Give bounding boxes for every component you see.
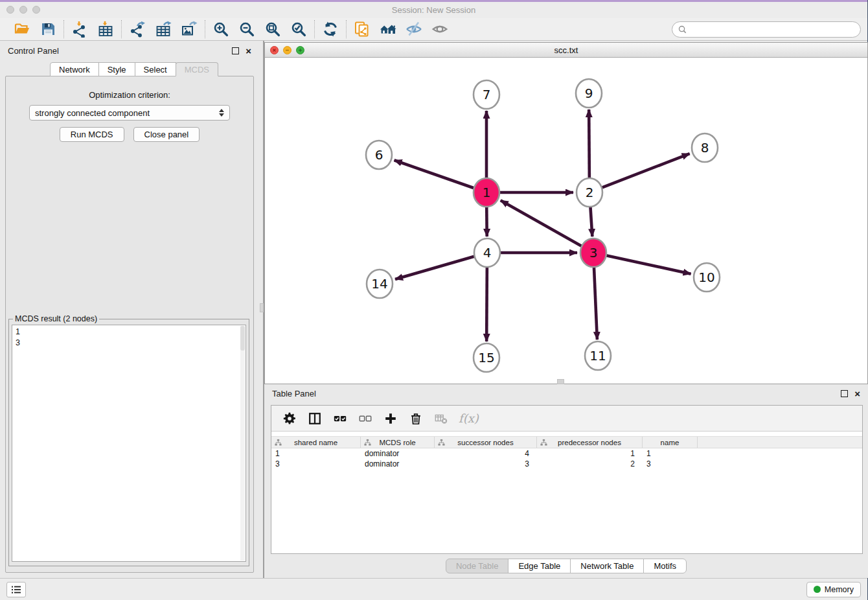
tab-select[interactable]: Select: [135, 62, 176, 76]
table-cell[interactable]: 1: [537, 449, 643, 458]
table-cell[interactable]: 2: [537, 459, 643, 468]
network-canvas[interactable]: 7968124314101511: [265, 58, 867, 384]
column-header-shared-name[interactable]: shared name: [271, 437, 361, 448]
node-9[interactable]: 9: [576, 79, 602, 108]
column-header-name[interactable]: name: [643, 437, 698, 448]
tab-mcds[interactable]: MCDS: [176, 62, 218, 76]
vertical-splitter[interactable]: [259, 41, 264, 578]
network-minimize-icon[interactable]: [283, 46, 291, 54]
node-table[interactable]: shared nameMCDS rolesuccessor nodesprede…: [271, 436, 862, 469]
table-panel-header: Table Panel ×: [264, 384, 868, 402]
network-window-titlebar[interactable]: scc.txt: [265, 43, 867, 58]
delete-table-icon[interactable]: [433, 411, 449, 426]
tab-network[interactable]: Network: [50, 62, 99, 76]
table-cell[interactable]: 3: [643, 459, 698, 468]
home-icon[interactable]: [379, 20, 397, 38]
optimization-criterion-dropdown[interactable]: strongly connected component: [29, 105, 230, 121]
edge-3-1[interactable]: [501, 200, 583, 246]
edge-1-6[interactable]: [394, 160, 475, 188]
tab-motifs[interactable]: Motifs: [643, 559, 687, 573]
table-cell[interactable]: 3: [435, 459, 537, 468]
tab-edge-table[interactable]: Edge Table: [508, 559, 571, 573]
column-header-predecessor-nodes[interactable]: predecessor nodes: [537, 437, 643, 448]
node-10[interactable]: 10: [694, 263, 720, 292]
minimize-window-icon[interactable]: [19, 6, 27, 14]
tab-node-table[interactable]: Node Table: [446, 559, 509, 573]
node-3[interactable]: 3: [580, 238, 606, 267]
node-6[interactable]: 6: [366, 141, 392, 169]
search-box[interactable]: [672, 21, 861, 38]
zoom-selected-icon[interactable]: [290, 20, 308, 38]
delete-column-icon[interactable]: [408, 411, 424, 426]
node-14[interactable]: 14: [367, 270, 393, 298]
task-history-button[interactable]: [6, 582, 26, 597]
refresh-icon[interactable]: [321, 20, 339, 38]
network-close-icon[interactable]: [270, 46, 279, 54]
export-table-icon[interactable]: [154, 20, 172, 38]
settings-icon[interactable]: [282, 411, 297, 426]
clear-selection-icon[interactable]: [358, 411, 373, 426]
result-scrollbar[interactable]: [240, 326, 245, 560]
edge-1-4[interactable]: [486, 205, 487, 237]
zoom-window-icon[interactable]: [32, 6, 40, 14]
table-cell[interactable]: 1: [643, 449, 698, 458]
edge-4-15[interactable]: [486, 265, 487, 341]
run-mcds-button[interactable]: Run MCDS: [60, 127, 124, 142]
node-4[interactable]: 4: [474, 238, 500, 267]
table-cell[interactable]: 3: [271, 459, 361, 468]
column-view-icon[interactable]: [307, 411, 323, 426]
node-8[interactable]: 8: [692, 133, 718, 162]
float-table-panel-icon[interactable]: [841, 390, 848, 397]
import-network-icon[interactable]: [71, 20, 89, 38]
main-toolbar-groups: [6, 20, 455, 38]
edge-2-3[interactable]: [590, 205, 592, 237]
table-row[interactable]: 3dominator323: [271, 459, 862, 469]
zoom-fit-icon[interactable]: [264, 20, 282, 38]
edge-3-11[interactable]: [594, 265, 597, 340]
tab-network-table[interactable]: Network Table: [570, 559, 644, 573]
table-cell[interactable]: dominator: [361, 449, 435, 458]
column-header-MCDS-role[interactable]: MCDS role: [361, 437, 435, 448]
import-table-icon[interactable]: [97, 20, 115, 38]
table-cell[interactable]: 1: [271, 449, 361, 458]
export-image-icon[interactable]: [180, 20, 198, 38]
close-window-icon[interactable]: [6, 6, 14, 14]
zoom-in-icon[interactable]: [212, 20, 230, 38]
select-all-icon[interactable]: [332, 411, 348, 426]
table-cell[interactable]: dominator: [361, 459, 435, 468]
add-column-icon[interactable]: [383, 411, 398, 426]
search-input[interactable]: [690, 25, 854, 34]
network-maximize-icon[interactable]: [296, 46, 304, 54]
node-15[interactable]: 15: [474, 343, 499, 372]
open-session-icon[interactable]: [13, 20, 31, 38]
horizontal-splitter-grip[interactable]: [557, 379, 564, 384]
close-panel-button[interactable]: Close panel: [133, 127, 200, 142]
edge-2-9[interactable]: [589, 110, 589, 180]
splitter-grip[interactable]: [260, 303, 264, 312]
float-panel-icon[interactable]: [232, 47, 239, 54]
control-panel-title: Control Panel: [8, 46, 59, 56]
node-1[interactable]: 1: [474, 178, 499, 207]
zoom-out-icon[interactable]: [238, 20, 256, 38]
table-cell[interactable]: 4: [435, 449, 537, 458]
node-2[interactable]: 2: [577, 178, 602, 207]
node-11[interactable]: 11: [585, 341, 611, 370]
table-row[interactable]: 1dominator411: [271, 448, 862, 459]
mcds-result-box[interactable]: 1 3: [12, 325, 246, 562]
node-7[interactable]: 7: [474, 80, 499, 109]
memory-button[interactable]: Memory: [806, 582, 861, 597]
edge-4-14[interactable]: [395, 256, 475, 279]
edge-3-10[interactable]: [606, 255, 691, 274]
close-panel-icon[interactable]: ×: [246, 47, 251, 54]
tab-style[interactable]: Style: [98, 62, 135, 76]
status-bar: Memory: [0, 578, 867, 600]
function-builder-icon[interactable]: f(x): [459, 411, 479, 425]
save-session-icon[interactable]: [39, 20, 57, 38]
hide-panels-icon[interactable]: [405, 20, 423, 38]
close-table-panel-icon[interactable]: ×: [854, 390, 860, 397]
network-from-view-icon[interactable]: [353, 20, 371, 38]
column-header-successor-nodes[interactable]: successor nodes: [435, 437, 537, 448]
show-panels-icon[interactable]: [431, 20, 449, 38]
edge-2-8[interactable]: [601, 154, 690, 188]
export-network-icon[interactable]: [128, 20, 146, 38]
